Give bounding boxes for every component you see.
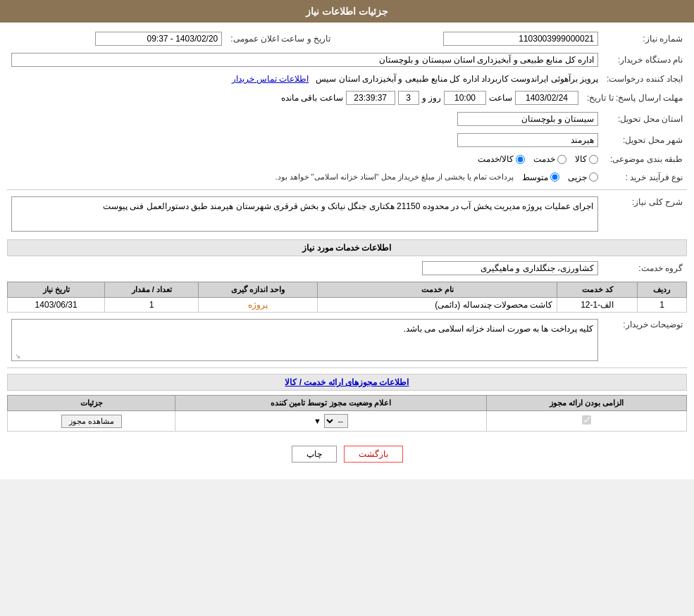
col-kod: کد خدمت [557, 282, 638, 298]
shahr-label: شهر محل تحویل: [602, 131, 687, 149]
mohlat-baqi-label: ساعت باقی مانده [281, 93, 343, 103]
mohlat-label: مهلت ارسال پاسخ: تا تاریخ: [583, 89, 687, 107]
mohlat-date: 1403/02/24 [515, 91, 578, 105]
back-button[interactable]: بازگشت [344, 446, 403, 463]
mohlat-roz-label: روز و [422, 93, 441, 103]
table-row: 1 الف-1-12 کاشت محصولات چندساله (دائمی) … [8, 298, 687, 313]
col-tedad: تعداد / مقدار [105, 282, 199, 298]
tawzih-label: توضیحات خریدار: [602, 317, 687, 363]
ijadKonande-link[interactable]: اطلاعات تماس خریدار [232, 74, 309, 84]
col-tarikh: تاریخ نیاز [8, 282, 105, 298]
noeFarayand-label: نوع فرآیند خرید : [602, 169, 687, 185]
col-vahed: واحد اندازه گیری [199, 282, 318, 298]
mohlat-baqi: 23:39:37 [346, 91, 395, 105]
mojoz-section-title: اطلاعات مجوزهای ارائه خدمت / کالا [7, 374, 687, 391]
sharh-label: شرح کلی نیاز: [602, 194, 687, 234]
col-radif: ردیف [637, 282, 686, 298]
shomareNiaz-label: شماره نیاز: [602, 30, 687, 48]
ostan-value: سیستان و بلوچستان [457, 112, 598, 126]
resize-handle[interactable]: ↘ [13, 352, 20, 359]
radio-jozi[interactable]: جزیی [568, 172, 598, 182]
shomareNiaz-value: 1103003999000021 [443, 32, 598, 46]
motavasset-label: متوسط [522, 172, 548, 182]
radio-kala-khedmat[interactable]: کالا/خدمت [478, 154, 525, 164]
tarikh-label: تاریخ و ساعت اعلان عمومی: [226, 30, 337, 48]
mojoz-table: الزامی بودن ارائه مجوز اعلام وضعیت مجوز … [7, 395, 687, 432]
farayand-notice: پرداخت تمام یا بخشی از مبلغ خریداز محل "… [275, 171, 514, 183]
tabaqe-label: طبقه بندی موضوعی: [602, 152, 687, 166]
tabaqe-khedmat-label: خدمت [533, 154, 555, 164]
mohlat-saat-label: ساعت [489, 93, 512, 103]
tabaqe-kala-khedmat-label: کالا/خدمت [478, 154, 514, 164]
col-elzami: الزامی بودن ارائه مجوز [486, 396, 686, 411]
ijadKonande-label: ایجاد کننده درخواست: [602, 72, 687, 86]
chevron-down-icon: ▼ [314, 417, 321, 425]
mohlat-saat: 10:00 [444, 91, 486, 105]
page-header: جزئیات اطلاعات نیاز [0, 0, 694, 23]
ijadKonande-value: پرویز برآهوئی ایراندوست کاربرداد اداره ک… [316, 74, 598, 84]
col-eelam: اعلام وضعیت مجوز توسط تامین کننده [175, 396, 486, 411]
khedmat-section-title: اطلاعات خدمات مورد نیاز [7, 239, 687, 256]
sharh-value: اجرای عملیات پروژه مدیریت پخش آب در محدو… [11, 196, 598, 232]
tabaqe-kala-label: کالا [575, 154, 587, 164]
table-row: -- ▼ مشاهده مجوز [8, 411, 687, 432]
groheKhedmat-value: کشاورزی، جنگلداری و ماهیگیری [422, 261, 598, 275]
service-table: ردیف کد خدمت نام خدمت واحد اندازه گیری ت… [7, 282, 687, 313]
jozi-label: جزیی [568, 172, 587, 182]
tarikh-value: 1403/02/20 - 09:37 [95, 32, 222, 46]
radio-kala[interactable]: کالا [575, 154, 598, 164]
namDastgah-label: نام دستگاه خریدار: [602, 51, 687, 69]
print-button[interactable]: چاپ [292, 446, 337, 463]
col-nam: نام خدمت [317, 282, 557, 298]
shahr-value: هیرمند [457, 133, 598, 147]
radio-khedmat[interactable]: خدمت [533, 154, 566, 164]
tawzih-value: کلیه پرداخت ها به صورت اسناد خزانه اسلام… [11, 319, 598, 361]
eelam-select[interactable]: -- [324, 414, 348, 428]
mohlat-roz: 3 [398, 91, 419, 105]
radio-motavasset[interactable]: متوسط [522, 172, 559, 182]
namDastgah-value: اداره کل منابع طبیعی و آبخیزداری استان س… [11, 53, 598, 67]
view-mojoz-button[interactable]: مشاهده مجوز [61, 415, 122, 428]
elzami-checkbox [582, 415, 591, 425]
groheKhedmat-label: گروه خدمت: [602, 259, 687, 277]
col-joziat: جزئیات [8, 396, 175, 411]
bottom-buttons: بازگشت چاپ [7, 436, 687, 472]
ostan-label: استان محل تحویل: [602, 110, 687, 128]
